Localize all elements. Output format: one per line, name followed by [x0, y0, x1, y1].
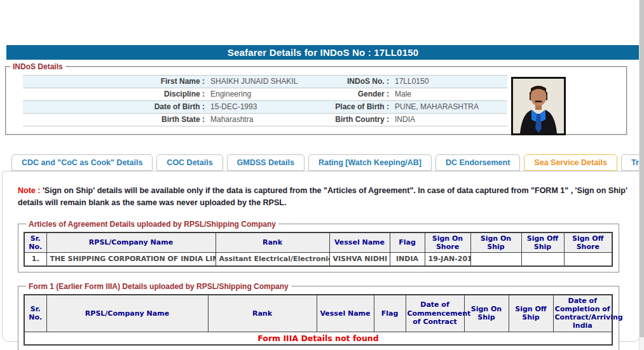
field-value: PUNE, MAHARASHTRA: [395, 101, 507, 113]
empty-message: Form IIIA Details not found: [24, 332, 612, 345]
field-value: Maharashtra: [210, 114, 313, 126]
column-header: Sign Off Ship: [521, 232, 564, 253]
tabs-bar: CDC and "CoC as Cook" DetailsCOC Details…: [11, 154, 644, 171]
field-value: SHAIKH JUNAID SHAKIL: [210, 76, 313, 88]
scrollbar-thumb[interactable]: [640, 0, 644, 337]
tab-dc-endorsement[interactable]: DC Endorsement: [435, 154, 520, 171]
field-value: Engineering: [210, 88, 313, 100]
column-header: Vessel Name: [317, 295, 374, 332]
table-row: 1.THE SHIPPING CORPORATION OF INDIA LIMI…: [24, 252, 612, 266]
table-cell: [470, 252, 521, 266]
column-header: Date of Commencement of Contract: [406, 295, 464, 332]
indos-details-legend: INDoS Details: [10, 62, 65, 71]
tab-coc-details[interactable]: COC Details: [156, 154, 223, 171]
table-cell: [564, 252, 612, 266]
indos-details-fieldset: INDoS Details First Name :SHAIKH JUNAID …: [5, 62, 627, 135]
field-label: Birth State :: [23, 114, 210, 126]
column-header: Flag: [390, 232, 425, 253]
field-label: First Name :: [23, 76, 210, 88]
field-label: Birth Country :: [313, 114, 395, 126]
field-label: Date of Birth :: [23, 101, 210, 113]
field-value: INDIA: [395, 114, 507, 126]
table-cell: [521, 252, 564, 266]
field-value: 17LL0150: [395, 76, 507, 88]
column-header: Sign Off Ship: [509, 295, 553, 332]
field-label: Discipline :: [23, 88, 210, 100]
articles-table: Sr. No.RPSL/Company NameRankVessel NameF…: [24, 232, 613, 267]
column-header: Sign On Ship: [470, 232, 521, 253]
seafarer-photo-image: [513, 79, 564, 133]
column-header: Sr. No.: [24, 232, 46, 253]
table-cell: Assitant Electrical/Electronics Officer: [216, 252, 329, 266]
field-label: Gender :: [313, 88, 395, 100]
articles-fieldset: Articles of Agreement Details uploaded b…: [18, 220, 619, 273]
tab-rating-watch-keeping-ab[interactable]: Rating [Watch Keeping/AB]: [308, 154, 432, 171]
form1-table: Sr. No.RPSL/Company NameRankVessel NameF…: [24, 294, 613, 346]
column-header: Date of Completion of Contract/Arriving …: [553, 295, 612, 332]
table-cell: VISHVA NIDHI: [329, 252, 390, 266]
indos-row: Birth State :MaharashtraBirth Country :I…: [23, 114, 507, 126]
column-header: Rank: [208, 295, 317, 332]
tab-sea-service-details[interactable]: Sea Service Details: [524, 154, 617, 171]
table-cell: THE SHIPPING CORPORATION OF INDIA LIMITE…: [46, 252, 216, 266]
seafarer-photo: [511, 77, 566, 135]
page-title: Seafarer Details for INDoS No : 17LL0150: [6, 45, 640, 60]
field-label: Place of Birth :: [313, 101, 395, 113]
table-cell: 19-JAN-2018: [425, 252, 470, 266]
table-cell: 1.: [24, 252, 46, 266]
field-value: 15-DEC-1993: [210, 101, 313, 113]
tab-cdc-and-coc-as-cook-details[interactable]: CDC and "CoC as Cook" Details: [11, 154, 153, 171]
column-header: Sign Off Shore: [564, 232, 612, 253]
table-cell: INDIA: [390, 252, 425, 266]
indos-rows: First Name :SHAIKH JUNAID SHAKILINDoS No…: [23, 75, 507, 126]
column-header: Sr. No.: [24, 295, 46, 332]
column-header: RPSL/Company Name: [46, 295, 208, 332]
column-header: Sign On Shore: [425, 232, 470, 253]
column-header: RPSL/Company Name: [46, 232, 216, 253]
column-header: Sign On Ship: [464, 295, 509, 332]
vertical-scrollbar[interactable]: [639, 0, 644, 350]
articles-legend: Articles of Agreement Details uploaded b…: [26, 220, 278, 229]
column-header: Rank: [216, 232, 329, 253]
field-label: INDoS No. :: [313, 76, 395, 88]
form1-fieldset: Form 1 (Earlier Form IIIA) Details uploa…: [18, 282, 619, 350]
note-prefix: Note :: [18, 186, 40, 195]
indos-row: First Name :SHAIKH JUNAID SHAKILINDoS No…: [23, 76, 507, 88]
field-value: Male: [395, 88, 507, 100]
tab-gmdss-details[interactable]: GMDSS Details: [227, 154, 305, 171]
form1-legend: Form 1 (Earlier Form IIIA) Details uploa…: [26, 282, 291, 291]
tab-content-panel: Note : 'Sign on Ship' details will be av…: [2, 171, 640, 342]
column-header: Vessel Name: [329, 232, 390, 253]
indos-row: Date of Birth :15-DEC-1993Place of Birth…: [23, 101, 507, 114]
note-text: Note : 'Sign on Ship' details will be av…: [18, 185, 628, 209]
column-header: Flag: [374, 295, 406, 332]
indos-row: Discipline :EngineeringGender :Male: [23, 88, 507, 101]
note-body: 'Sign on Ship' details will be available…: [18, 186, 627, 207]
